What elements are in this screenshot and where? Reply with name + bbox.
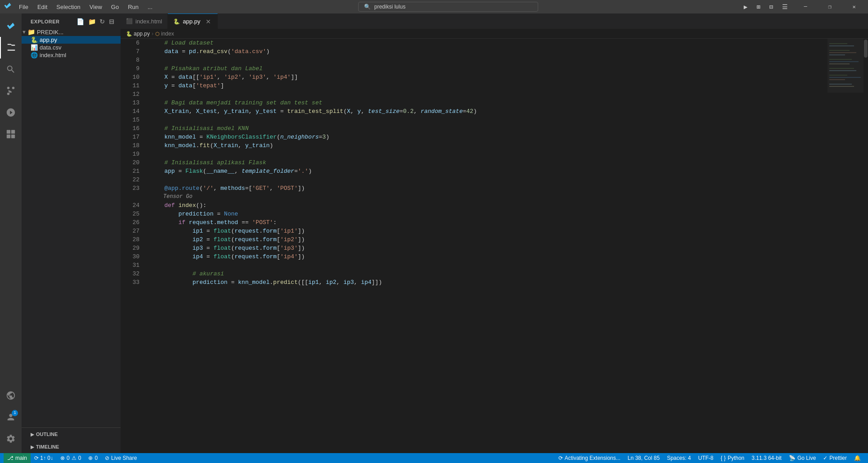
status-spaces[interactable]: Spaces: 4 bbox=[663, 453, 694, 463]
tab-app-py[interactable]: 🐍 app.py ✕ bbox=[168, 13, 218, 29]
port-icon: ⊕ bbox=[88, 455, 93, 461]
new-folder-icon[interactable]: 📁 bbox=[87, 17, 97, 26]
file-tree: ▼ 📁 PREDIK... 🐍 app.py 📊 data.csv 🌐 inde… bbox=[22, 28, 121, 427]
breadcrumb-symbol[interactable]: ⬡ index bbox=[155, 31, 174, 37]
file-app-py[interactable]: 🐍 app.py bbox=[22, 36, 121, 44]
prettier-text: Prettier bbox=[829, 455, 847, 461]
activity-explorer[interactable] bbox=[0, 37, 22, 58]
status-encoding[interactable]: UTF-8 bbox=[695, 453, 717, 463]
search-box[interactable]: 🔍 prediksi lulus bbox=[358, 2, 538, 12]
activity-settings[interactable] bbox=[0, 428, 22, 450]
menu-more[interactable]: ... bbox=[144, 3, 156, 11]
tab-label-app-py: app.py bbox=[183, 18, 200, 25]
activity-search[interactable] bbox=[0, 58, 22, 80]
close-button[interactable]: ✕ bbox=[844, 0, 864, 13]
scrollbar-thumb[interactable] bbox=[864, 40, 868, 58]
scrollbar[interactable] bbox=[864, 39, 868, 453]
menu-file[interactable]: File bbox=[15, 3, 32, 11]
menu-view[interactable]: View bbox=[86, 3, 106, 11]
timeline-section: ▶ TIMELINE bbox=[22, 441, 121, 453]
run-icon[interactable]: ▶ bbox=[740, 2, 751, 12]
minimize-button[interactable]: — bbox=[795, 0, 816, 13]
go-live-icon: 📡 bbox=[789, 455, 796, 461]
menu-go[interactable]: Go bbox=[108, 3, 122, 11]
new-file-icon[interactable]: 📄 bbox=[76, 17, 85, 26]
breadcrumb-file[interactable]: 🐍 app.py bbox=[126, 31, 150, 37]
tabs-bar: ⬛ index.html 🐍 app.py ✕ bbox=[121, 13, 868, 29]
refresh-icon[interactable]: ↻ bbox=[99, 17, 106, 26]
timeline-header[interactable]: ▶ TIMELINE bbox=[22, 442, 121, 451]
code-line: ip3 = float(request.form['ip3']) bbox=[150, 244, 828, 252]
code-line: X_train, X_test, y_train, y_test = train… bbox=[150, 107, 828, 116]
line-number: 22 bbox=[121, 175, 139, 184]
folder-name: PREDIK... bbox=[37, 29, 63, 36]
line-number: 29 bbox=[121, 244, 139, 252]
status-live-share[interactable]: ⊘ Live Share bbox=[101, 453, 140, 463]
status-position[interactable]: Ln 38, Col 85 bbox=[624, 453, 663, 463]
activity-source-control[interactable] bbox=[0, 80, 22, 102]
status-git-branch[interactable]: ⎇ main bbox=[4, 453, 31, 463]
line-number: 21 bbox=[121, 167, 139, 175]
status-prettier[interactable]: ✓ Prettier bbox=[819, 453, 850, 463]
collapse-icon[interactable]: ⊟ bbox=[108, 17, 116, 26]
file-data-csv[interactable]: 📊 data.csv bbox=[22, 44, 121, 51]
panel-icon[interactable]: ☰ bbox=[778, 2, 792, 12]
status-go-live[interactable]: 📡 Go Live bbox=[785, 453, 819, 463]
code-line bbox=[150, 56, 828, 64]
timeline-arrow: ▶ bbox=[31, 445, 34, 450]
status-sync[interactable]: ⟳ 1↑ 0↓ bbox=[31, 453, 57, 463]
breadcrumb-sym-icon: ⬡ bbox=[155, 31, 160, 37]
position-text: Ln 38, Col 85 bbox=[628, 455, 660, 461]
code-line: def index(): bbox=[150, 201, 828, 210]
line-number: 23 bbox=[121, 184, 139, 193]
code-line bbox=[150, 90, 828, 99]
activity-debug[interactable] bbox=[0, 102, 22, 123]
code-content[interactable]: # Load dataset data = pd.read_csv('data.… bbox=[143, 39, 828, 453]
menu-edit[interactable]: Edit bbox=[34, 3, 51, 11]
prettier-icon: ✓ bbox=[823, 455, 828, 461]
outline-header[interactable]: ▶ OUTLINE bbox=[22, 430, 121, 439]
titlebar-controls: ▶ ⊞ ⊟ ☰ bbox=[740, 2, 792, 12]
status-port[interactable]: ⊕ 0 bbox=[85, 453, 101, 463]
live-share-label: Live Share bbox=[111, 455, 137, 461]
activity-remote[interactable] bbox=[0, 385, 22, 406]
file-index-html[interactable]: 🌐 index.html bbox=[22, 51, 121, 59]
line-number: 16 bbox=[121, 124, 139, 133]
status-python-version[interactable]: 3.11.3 64-bit bbox=[748, 453, 785, 463]
code-line bbox=[150, 116, 828, 124]
code-line: X = data[['ip1', 'ip2', 'ip3', 'ip4']] bbox=[150, 73, 828, 81]
tab-close-app-py[interactable]: ✕ bbox=[205, 18, 212, 25]
line-number: 15 bbox=[121, 116, 139, 124]
folder-icon: 📁 bbox=[27, 28, 35, 36]
sidebar-bottom: ▶ OUTLINE ▶ TIMELINE bbox=[22, 427, 121, 453]
warning-count: 0 bbox=[78, 455, 81, 461]
git-branch-name: main bbox=[15, 455, 27, 461]
line-number: 11 bbox=[121, 81, 139, 90]
outline-arrow: ▶ bbox=[31, 432, 34, 437]
tab-py-icon: 🐍 bbox=[173, 18, 180, 25]
activity-bottom: 1 bbox=[0, 385, 22, 453]
status-language[interactable]: { } Python bbox=[717, 453, 748, 463]
folder-predik[interactable]: ▼ 📁 PREDIK... bbox=[22, 28, 121, 36]
search-text: prediksi lulus bbox=[374, 4, 405, 10]
explorer-actions: 📄 📁 ↻ ⊟ bbox=[76, 17, 115, 26]
activity-account[interactable]: 1 bbox=[0, 406, 22, 428]
status-activating[interactable]: ⟳ Activating Extensions... bbox=[555, 453, 624, 463]
split-icon[interactable]: ⊟ bbox=[766, 2, 777, 12]
code-line: ip2 = float(request.form['ip2']) bbox=[150, 235, 828, 244]
line-number: 25 bbox=[121, 210, 139, 218]
code-editor[interactable]: 6789101112131415161718192021222324252627… bbox=[121, 39, 868, 453]
maximize-button[interactable]: ❐ bbox=[819, 0, 840, 13]
sidebar: EXPLORER 📄 📁 ↻ ⊟ ▼ 📁 PREDIK... 🐍 app.py … bbox=[22, 13, 121, 453]
file-name-index-html: index.html bbox=[40, 52, 66, 58]
layout-icon[interactable]: ⊞ bbox=[753, 2, 764, 12]
tab-index-html[interactable]: ⬛ index.html bbox=[121, 13, 168, 29]
status-notifications[interactable]: 🔔 bbox=[850, 453, 864, 463]
explorer-title: EXPLORER bbox=[31, 19, 60, 24]
tab-label-index-html: index.html bbox=[135, 18, 162, 25]
menu-run[interactable]: Run bbox=[124, 3, 142, 11]
menu-selection[interactable]: Selection bbox=[53, 3, 84, 11]
svg-rect-2 bbox=[7, 135, 10, 138]
status-errors[interactable]: ⊗ 0 ⚠ 0 bbox=[57, 453, 85, 463]
activity-extensions[interactable] bbox=[0, 123, 22, 145]
